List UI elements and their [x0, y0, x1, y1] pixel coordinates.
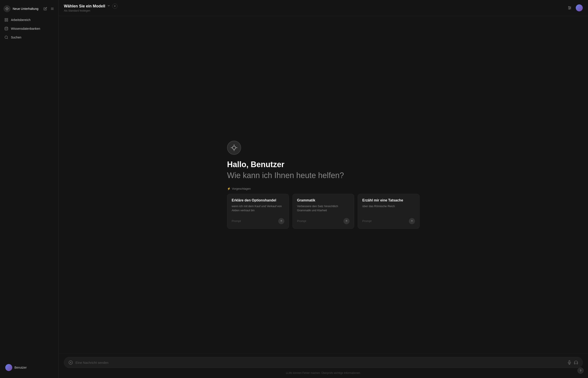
message-input[interactable]: [75, 361, 565, 364]
welcome-greeting: Hallo, Benutzer: [227, 160, 284, 169]
menu-button[interactable]: [50, 6, 55, 11]
sidebar: Neue Unterhaltung: [0, 0, 59, 378]
topbar-actions: [566, 4, 583, 11]
arbeitsbereich-label: Arbeitsbereich: [11, 18, 31, 22]
avatar: [5, 364, 12, 371]
card-prompt-1: Prompt: [297, 219, 306, 223]
card-bottom-0: Prompt: [232, 218, 284, 224]
card-title-2: Erzähl mir eine Tatsache: [362, 198, 415, 202]
input-right-icons: [567, 360, 578, 365]
suggested-label: ⚡ Vorgeschlagen: [227, 187, 251, 190]
card-title-0: Erkläre den Optionshandel: [232, 198, 284, 202]
message-input-container: [64, 357, 583, 368]
card-prompt-0: Prompt: [232, 219, 241, 223]
svg-point-13: [5, 36, 7, 39]
card-desc-1: Verbessere den Satz hinsichtlich Grammat…: [297, 204, 350, 213]
suggestion-cards-container: Erkläre den Optionshandel wenn ich mit d…: [227, 194, 420, 229]
welcome-subtitle: Wie kann ich Ihnen heute helfen?: [227, 171, 344, 180]
edit-button[interactable]: [43, 6, 48, 11]
card-desc-0: wenn ich mit dem Kauf und Verkauf von Ak…: [232, 204, 284, 213]
welcome-section: Hallo, Benutzer Wie kann ich Ihnen heute…: [227, 141, 420, 229]
content-area: Hallo, Benutzer Wie kann ich Ihnen heute…: [59, 16, 588, 353]
card-top-2: Erzähl mir eine Tatsache über das Römisc…: [362, 198, 415, 214]
model-add-button[interactable]: +: [112, 3, 117, 9]
welcome-logo: [227, 141, 241, 155]
user-profile[interactable]: Benutzer: [2, 361, 57, 375]
svg-point-20: [569, 9, 570, 9]
main-content: Wählen Sie ein Modell + Als Standard fes…: [59, 0, 588, 378]
sidebar-nav: Arbeitsbereich Wissensdatenbanken Suchen: [0, 16, 58, 41]
svg-rect-10: [5, 20, 6, 21]
lightning-icon: ⚡: [227, 187, 230, 190]
model-info: Wählen Sie ein Modell + Als Standard fes…: [64, 3, 117, 12]
input-area: [59, 353, 588, 370]
sidebar-header: Neue Unterhaltung: [0, 3, 58, 16]
card-desc-2: über das Römische Reich: [362, 204, 415, 208]
card-top-0: Erkläre den Optionshandel wenn ich mit d…: [232, 198, 284, 214]
sidebar-header-actions: [43, 6, 55, 11]
suggestion-card-2[interactable]: Erzähl mir eine Tatsache über das Römisc…: [358, 194, 420, 229]
svg-point-18: [569, 6, 569, 7]
settings-button[interactable]: [566, 4, 573, 11]
topbar-avatar-button[interactable]: [576, 4, 583, 11]
sidebar-title: Neue Unterhaltung: [13, 7, 39, 11]
svg-line-14: [7, 38, 8, 39]
disclaimer-text: LLMs können Fehler machen. Überprüfe wic…: [59, 370, 588, 378]
sidebar-item-arbeitsbereich[interactable]: Arbeitsbereich: [2, 16, 57, 24]
card-bottom-2: Prompt: [362, 218, 415, 224]
svg-rect-9: [7, 18, 8, 19]
suggestion-card-0[interactable]: Erkläre den Optionshandel wenn ich mit d…: [227, 194, 289, 229]
card-top-1: Grammatik Verbessere den Satz hinsichtli…: [297, 198, 350, 214]
user-name: Benutzer: [14, 366, 27, 369]
model-subtitle: Als Standard festlegen: [64, 9, 117, 12]
model-title: Wählen Sie ein Modell: [64, 4, 105, 9]
suchen-label: Suchen: [11, 36, 21, 39]
microphone-button[interactable]: [567, 360, 572, 365]
brand-logo: [3, 5, 11, 12]
card-prompt-2: Prompt: [362, 219, 372, 223]
wissensdatenbanken-label: Wissensdatenbanken: [11, 27, 40, 30]
card-title-1: Grammatik: [297, 198, 350, 202]
card-send-button-0[interactable]: [278, 218, 284, 224]
model-selector[interactable]: Wählen Sie ein Modell +: [64, 3, 117, 9]
card-send-button-2[interactable]: [409, 218, 415, 224]
attach-button[interactable]: [69, 360, 73, 365]
svg-point-21: [232, 146, 236, 149]
svg-point-12: [5, 27, 8, 28]
card-send-button-1[interactable]: [344, 218, 350, 224]
suggestion-card-1[interactable]: Grammatik Verbessere den Satz hinsichtli…: [292, 194, 354, 229]
svg-rect-11: [7, 20, 8, 21]
chevron-down-icon: [107, 4, 111, 8]
help-button[interactable]: ?: [577, 367, 584, 374]
topbar: Wählen Sie ein Modell + Als Standard fes…: [59, 0, 588, 16]
sidebar-brand: Neue Unterhaltung: [3, 5, 39, 12]
svg-point-0: [6, 8, 8, 10]
svg-point-19: [570, 7, 571, 8]
headphone-button[interactable]: [574, 360, 578, 365]
sidebar-item-suchen[interactable]: Suchen: [2, 33, 57, 41]
card-bottom-1: Prompt: [297, 218, 350, 224]
sidebar-item-wissensdatenbanken[interactable]: Wissensdatenbanken: [2, 25, 57, 33]
svg-rect-8: [5, 18, 6, 19]
